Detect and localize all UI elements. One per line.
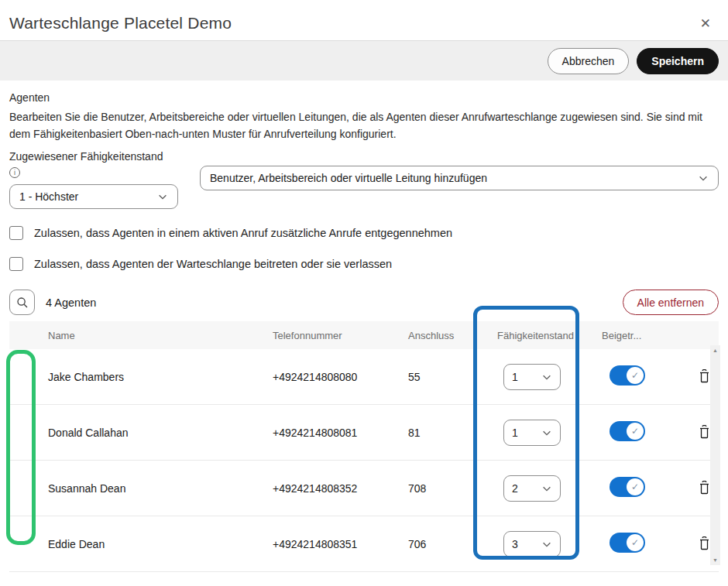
table-body: Jake Chambers +4924214808080 55 1 ✓ Dona…: [9, 349, 719, 572]
row-skill-dropdown[interactable]: 3: [503, 531, 561, 557]
table-row: Donald Callahan +4924214808081 81 1 ✓: [9, 405, 719, 461]
table-row: Susannah Dean +4924214808352 708 2 ✓: [9, 461, 719, 516]
chevron-down-icon: [698, 173, 709, 183]
agent-table: Name Telefonnummer Anschluss Fähigkeiten…: [9, 321, 719, 572]
join-leave-label: Zulassen, dass Agenten der Warteschlange…: [34, 258, 392, 270]
agent-extension: 708: [408, 482, 497, 495]
action-toolbar: Abbrechen Speichern: [0, 41, 728, 81]
trash-icon: [698, 536, 711, 550]
search-button[interactable]: [9, 290, 35, 315]
skill-level-dropdown[interactable]: 1 - Höchster: [9, 184, 178, 209]
chevron-down-icon: [157, 191, 168, 202]
table-header: Name Telefonnummer Anschluss Fähigkeiten…: [9, 321, 719, 349]
agent-phone: +4924214808351: [273, 538, 408, 550]
joined-toggle[interactable]: ✓: [610, 477, 645, 497]
chevron-down-icon: [541, 539, 552, 550]
trash-icon: [698, 368, 711, 383]
modal-header: Warteschlange Placetel Demo ✕: [0, 0, 728, 41]
agent-phone: +4924214808081: [273, 427, 408, 439]
agent-extension: 81: [408, 427, 497, 439]
column-header-phone: Telefonnummer: [273, 330, 408, 341]
add-agent-dropdown[interactable]: Benutzer, Arbeitsbereich oder virtuelle …: [200, 166, 719, 190]
agent-name: Jake Chambers: [48, 371, 273, 383]
table-row: Eddie Dean +4924214808351 706 3 ✓: [9, 516, 719, 572]
row-skill-value: 1: [512, 371, 518, 383]
table-scrollbar[interactable]: ▲ ▼: [710, 345, 720, 565]
column-header-skill: Fähigkeitenstand: [497, 330, 602, 341]
selects-row: Zugewiesener Fähigkeitenstand i 1 - Höch…: [9, 150, 719, 209]
delete-agent-button[interactable]: [698, 536, 711, 553]
trash-icon: [698, 424, 711, 439]
cancel-button[interactable]: Abbrechen: [548, 48, 630, 74]
call-queue-modal: Warteschlange Placetel Demo ✕ Abbrechen …: [0, 0, 728, 586]
agent-name: Eddie Dean: [48, 538, 273, 550]
row-skill-value: 2: [512, 482, 518, 495]
row-skill-dropdown[interactable]: 1: [503, 420, 561, 446]
agent-name: Donald Callahan: [48, 427, 273, 439]
chevron-down-icon: [541, 483, 552, 494]
skill-level-column: Zugewiesener Fähigkeitenstand i 1 - Höch…: [9, 150, 187, 209]
agents-heading: Agenten: [9, 91, 719, 104]
joined-toggle[interactable]: ✓: [610, 365, 645, 386]
row-skill-dropdown[interactable]: 1: [503, 364, 561, 390]
remove-all-button[interactable]: Alle entfernen: [623, 290, 719, 315]
delete-agent-button[interactable]: [698, 480, 711, 497]
agents-description: Bearbeiten Sie die Benutzer, Arbeitsbere…: [9, 108, 719, 142]
save-button[interactable]: Speichern: [637, 48, 719, 74]
row-skill-value: 3: [512, 538, 518, 550]
column-header-joined: Beigetr...: [602, 330, 687, 341]
skill-level-label: Zugewiesener Fähigkeitenstand: [9, 150, 187, 163]
delete-agent-button[interactable]: [698, 424, 711, 441]
join-leave-checkbox[interactable]: [9, 257, 23, 271]
agent-name: Susannah Dean: [48, 482, 273, 495]
add-agent-dropdown-value: Benutzer, Arbeitsbereich oder virtuelle …: [210, 172, 487, 184]
agent-count: 4 Agenten: [46, 296, 96, 309]
additional-calls-label: Zulassen, dass Agenten in einem aktiven …: [34, 227, 452, 239]
joined-toggle[interactable]: ✓: [610, 421, 645, 441]
info-icon[interactable]: i: [9, 167, 20, 178]
toggle-check-icon: ✓: [627, 367, 644, 384]
add-agent-column: Benutzer, Arbeitsbereich oder virtuelle …: [200, 166, 719, 190]
modal-content: Agenten Bearbeiten Sie die Benutzer, Arb…: [0, 81, 728, 572]
chevron-down-icon: [541, 372, 552, 382]
agent-phone: +4924214808080: [273, 371, 408, 383]
agent-phone: +4924214808352: [273, 482, 408, 495]
toggle-check-icon: ✓: [627, 423, 644, 440]
trash-icon: [698, 480, 711, 495]
close-icon[interactable]: ✕: [692, 15, 719, 32]
column-header-extension: Anschluss: [408, 330, 497, 341]
checkbox-row-join-leave: Zulassen, dass Agenten der Warteschlange…: [9, 257, 719, 271]
toggle-check-icon: ✓: [627, 478, 644, 495]
agent-extension: 706: [408, 538, 497, 550]
column-header-name: Name: [48, 330, 273, 341]
row-skill-value: 1: [512, 427, 518, 439]
agent-list-toolbar: 4 Agenten Alle entfernen: [9, 290, 719, 315]
search-icon: [16, 296, 29, 309]
delete-agent-button[interactable]: [698, 368, 711, 386]
scroll-up-icon[interactable]: ▲: [713, 348, 718, 353]
skill-level-dropdown-value: 1 - Höchster: [19, 190, 78, 203]
agent-extension: 55: [408, 371, 497, 383]
chevron-down-icon: [541, 427, 552, 438]
table-row: Jake Chambers +4924214808080 55 1 ✓: [9, 349, 719, 405]
checkbox-row-additional-calls: Zulassen, dass Agenten in einem aktiven …: [9, 226, 719, 240]
additional-calls-checkbox[interactable]: [9, 226, 23, 240]
scroll-down-icon[interactable]: ▼: [713, 557, 718, 563]
joined-toggle[interactable]: ✓: [610, 533, 645, 553]
row-skill-dropdown[interactable]: 2: [503, 475, 561, 502]
toggle-check-icon: ✓: [627, 534, 644, 551]
page-title: Warteschlange Placetel Demo: [9, 14, 232, 33]
